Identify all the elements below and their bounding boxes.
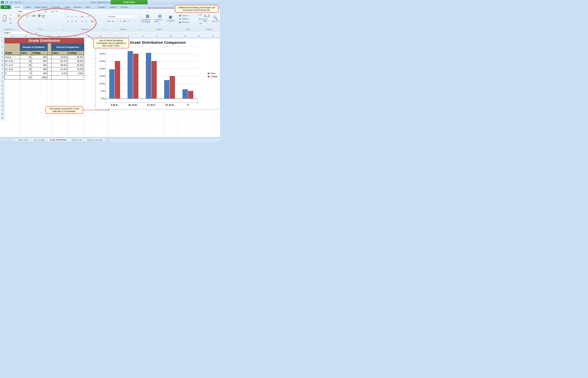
- redo-icon[interactable]: ↷▾: [14, 0, 17, 4]
- sheet-nav-last-icon[interactable]: ⏭: [11, 139, 14, 142]
- col-header-P[interactable]: P: [206, 35, 220, 38]
- bar-class[interactable]: [183, 89, 188, 98]
- cells-area[interactable]: Grade Distribution Number of Students Pe…: [4, 38, 220, 137]
- sheet-nav-next-icon[interactable]: ▶: [7, 139, 11, 142]
- row-header-6[interactable]: 6: [0, 63, 4, 67]
- chart-resize-handle-top[interactable]: •••: [157, 39, 159, 40]
- col-header-O[interactable]: O: [192, 35, 206, 38]
- tab-scroll-right-icon[interactable]: ◀: [107, 139, 109, 141]
- row-header-16[interactable]: 16: [0, 104, 4, 108]
- bar-college[interactable]: [115, 61, 120, 98]
- row-header-7[interactable]: 7: [0, 67, 4, 71]
- name-box[interactable]: Chart 3 ▼: [3, 31, 29, 34]
- format-painter-icon[interactable]: 🖌: [9, 21, 13, 25]
- row-header-18[interactable]: 18: [0, 112, 4, 116]
- bold-button[interactable]: B: [17, 14, 21, 17]
- col-header-B[interactable]: B: [20, 35, 32, 38]
- row-header-13[interactable]: 13: [0, 92, 4, 96]
- fill-icon[interactable]: ⬇▾: [199, 17, 202, 21]
- row-header-14[interactable]: 14: [0, 96, 4, 100]
- percent-format-icon[interactable]: %: [111, 19, 115, 23]
- bar-class[interactable]: [109, 69, 115, 98]
- bar-class[interactable]: [164, 80, 170, 98]
- qat-customize-icon[interactable]: ▾: [22, 0, 26, 4]
- format-as-table-button[interactable]: ▤Format as Table▼: [154, 10, 165, 28]
- insert-cells-button[interactable]: ➕Insert▾: [179, 14, 196, 17]
- save-icon[interactable]: [5, 0, 9, 4]
- bar-class[interactable]: [128, 51, 133, 98]
- sheet-tab[interactable]: Class Grades: [31, 138, 47, 142]
- col-header-I[interactable]: I: [108, 35, 122, 38]
- tab-review[interactable]: Review: [72, 5, 83, 9]
- col-header-N[interactable]: N: [178, 35, 192, 38]
- row-header-11[interactable]: 11: [0, 83, 4, 88]
- row-header-12[interactable]: 12: [0, 88, 4, 92]
- sheet-tab[interactable]: Health Care: [69, 138, 85, 142]
- clipboard-dialog-icon[interactable]: ⬊: [14, 28, 15, 30]
- copy-icon[interactable]: ⎘: [9, 17, 13, 21]
- comma-format-icon[interactable]: ,: [115, 19, 118, 23]
- col-header-M[interactable]: M: [164, 35, 178, 38]
- sheet-tab[interactable]: Grade Distribution: [47, 138, 70, 142]
- sheet-nav-first-icon[interactable]: ⏮: [1, 139, 4, 142]
- row-header-2[interactable]: 2: [0, 43, 4, 51]
- row-header-19[interactable]: 19: [0, 116, 4, 120]
- tab-chart-design[interactable]: Design: [96, 5, 107, 9]
- col-header-H[interactable]: H: [94, 35, 108, 38]
- chart-legend[interactable]: Class College: [208, 71, 217, 78]
- undo-icon[interactable]: ↶▾: [9, 0, 13, 4]
- col-header-K[interactable]: K: [136, 35, 150, 38]
- file-tab[interactable]: File: [1, 5, 11, 9]
- bar-college[interactable]: [170, 76, 175, 98]
- bar-class[interactable]: [146, 53, 151, 98]
- tab-home[interactable]: Home: [12, 5, 23, 9]
- row-header-3[interactable]: 3: [0, 51, 4, 55]
- alignment-dialog-icon[interactable]: ⬊: [104, 28, 105, 30]
- cell-styles-button[interactable]: ▣Cell Styles▼: [166, 10, 175, 28]
- decrease-decimal-icon[interactable]: .00→.0: [124, 19, 128, 23]
- row-header-8[interactable]: 8: [0, 71, 4, 75]
- conditional-formatting-button[interactable]: ▦Conditional Formatting▼: [141, 10, 154, 28]
- number-dialog-icon[interactable]: ⬊: [138, 28, 139, 30]
- embedded-chart[interactable]: ••• ••• Grade Distribution Comparison 0.…: [96, 39, 220, 109]
- format-cells-button[interactable]: ▦Format▾: [179, 21, 196, 23]
- tab-data[interactable]: Data: [63, 5, 72, 9]
- worksheet-grid[interactable]: ABCDEFGHIJKLMNOP 12345678910111213141516…: [0, 35, 220, 137]
- legend-item-college[interactable]: College: [208, 75, 217, 78]
- row-header-4[interactable]: 4: [0, 55, 4, 59]
- excel-icon[interactable]: X: [1, 0, 4, 4]
- legend-item-class[interactable]: Class: [208, 72, 217, 75]
- quickprint-icon[interactable]: ▾: [18, 0, 21, 4]
- tab-insert[interactable]: Insert: [23, 5, 33, 9]
- bar-college[interactable]: [133, 54, 138, 98]
- sheet-nav-prev-icon[interactable]: ◀: [4, 139, 7, 142]
- col-header-L[interactable]: L: [150, 35, 164, 38]
- x-axis-selection-box[interactable]: A to A-B+ to B-C+ to C-D+ to D-F: [105, 99, 198, 103]
- accounting-format-icon[interactable]: $▾: [107, 19, 111, 23]
- tab-chart-layout[interactable]: Layout: [108, 5, 118, 9]
- x-axis-labels[interactable]: A to A-B+ to B-C+ to C-D+ to D-F: [105, 103, 198, 106]
- autosum-icon[interactable]: Σ▾: [199, 13, 202, 16]
- tab-chart-format[interactable]: Format: [118, 5, 130, 9]
- number-format-select[interactable]: [107, 15, 135, 18]
- chart-resize-handle-bottom[interactable]: •••: [157, 108, 159, 109]
- cut-icon[interactable]: ✂: [9, 13, 13, 17]
- col-header-J[interactable]: J: [122, 35, 136, 38]
- tab-view[interactable]: View: [83, 5, 92, 9]
- row-header-1[interactable]: 1: [0, 38, 4, 43]
- bar-college[interactable]: [188, 91, 193, 98]
- row-header-9[interactable]: 9: [0, 75, 4, 80]
- row-header-10[interactable]: 10: [0, 80, 4, 83]
- tab-page-layout[interactable]: Page Layout: [33, 5, 49, 9]
- sheet-tab[interactable]: Stock Trend: [15, 138, 31, 142]
- row-header-5[interactable]: 5: [0, 59, 4, 63]
- bar-college[interactable]: [151, 61, 157, 98]
- clear-icon[interactable]: ◇▾: [199, 21, 202, 25]
- plot-area[interactable]: 0.0%5.0%10.0%15.0%20.0%25.0%30.0%35.0%: [106, 46, 197, 99]
- row-header-15[interactable]: 15: [0, 100, 4, 104]
- select-all-button[interactable]: [0, 35, 4, 38]
- sheet-tab[interactable]: Supply & Demand: [85, 138, 105, 142]
- paste-button[interactable]: 📋 Paste ▼: [1, 10, 8, 28]
- col-header-A[interactable]: A: [4, 35, 20, 38]
- delete-cells-button[interactable]: ➖Delete▾: [179, 18, 196, 20]
